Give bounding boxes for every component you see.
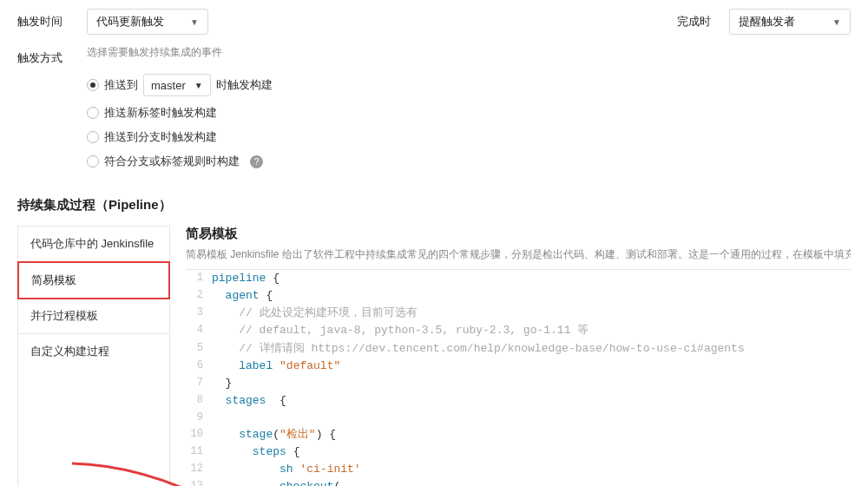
code-line: 6 label "default" (186, 358, 851, 375)
opt3-label: 推送到分支时触发构建 (104, 129, 217, 145)
content-desc: 简易模板 Jenkinsfile 给出了软件工程中持续集成常见的四个常规步骤，分… (186, 247, 851, 262)
opt1-suffix: 时触发构建 (216, 77, 273, 93)
code-line: 2 agent { (186, 287, 851, 305)
radio-push-branch[interactable] (87, 79, 99, 91)
trigger-mode-label: 触发方式 (17, 45, 87, 66)
code-line: 5 // 详情请阅 https://dev.tencent.com/help/k… (186, 340, 851, 358)
chevron-down-icon: ▼ (832, 17, 841, 27)
trigger-time-value: 代码更新触发 (96, 14, 164, 30)
radio-push-any-branch[interactable] (87, 131, 99, 143)
complete-select[interactable]: 提醒触发者 ▼ (729, 9, 851, 35)
complete-value: 提醒触发者 (739, 14, 795, 30)
chevron-down-icon: ▼ (190, 17, 199, 27)
code-line: 1pipeline { (186, 270, 851, 287)
content-title: 简易模板 (186, 226, 851, 242)
complete-label: 完成时 (677, 9, 729, 30)
code-line: 8 stages { (186, 392, 851, 410)
tab-parallel-template[interactable]: 并行过程模板 (18, 299, 169, 334)
opt2-label: 推送新标签时触发构建 (104, 105, 217, 121)
trigger-time-select[interactable]: 代码更新触发 ▼ (87, 9, 208, 35)
trigger-time-label: 触发时间 (17, 9, 87, 30)
code-line: 7 } (186, 375, 851, 392)
code-editor[interactable]: 1pipeline {2 agent {3 // 此处设定构建环境，目前可选有4… (186, 269, 851, 486)
trigger-mode-hint: 选择需要触发持续集成的事件 (87, 45, 273, 60)
opt1-prefix: 推送到 (104, 77, 138, 93)
radio-push-tag[interactable] (87, 107, 99, 119)
code-line: 10 stage("检出") { (186, 426, 851, 443)
tab-custom-build[interactable]: 自定义构建过程 (18, 334, 169, 369)
branch-select[interactable]: master ▼ (143, 74, 211, 96)
code-line: 3 // 此处设定构建环境，目前可选有 (186, 305, 851, 322)
code-line: 11 steps { (186, 443, 851, 461)
tab-jenkinsfile-repo[interactable]: 代码仓库中的 Jenkinsfile (18, 227, 169, 262)
branch-value: master (151, 79, 186, 92)
code-line: 9 (186, 410, 851, 426)
code-line: 13 checkout( (186, 478, 851, 486)
help-icon[interactable]: ? (250, 155, 263, 168)
template-tab-list: 代码仓库中的 Jenkinsfile 简易模板 并行过程模板 自定义构建过程 (17, 226, 170, 486)
opt4-label: 符合分支或标签规则时构建 (104, 154, 240, 169)
pipeline-heading: 持续集成过程（Pipeline） (17, 197, 851, 213)
radio-branch-tag-rule[interactable] (87, 155, 99, 167)
code-line: 4 // default, java-8, python-3.5, ruby-2… (186, 322, 851, 339)
chevron-down-icon: ▼ (194, 81, 203, 90)
tab-simple-template[interactable]: 简易模板 (17, 261, 170, 299)
code-line: 12 sh 'ci-init' (186, 461, 851, 478)
